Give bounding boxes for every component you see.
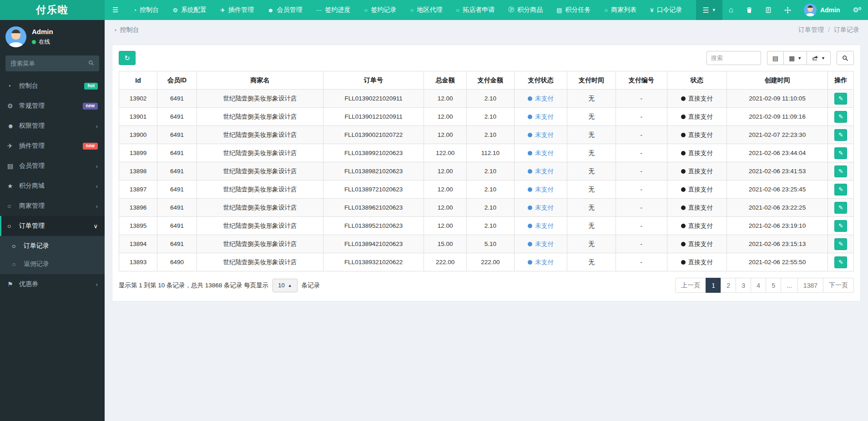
sidebar-item-member[interactable]: ▤会员管理‹ <box>0 156 105 176</box>
cell-order_no: FLL01390121020911 <box>323 108 424 126</box>
edit-button[interactable]: ✎ <box>834 93 847 105</box>
pay-status-label[interactable]: 未支付 <box>535 168 554 175</box>
cell-order_no: FLL01389421020623 <box>323 235 424 253</box>
pay-status-label[interactable]: 未支付 <box>535 222 554 229</box>
topnav-item-store-apply[interactable]: ○拓店者申请 <box>449 0 501 20</box>
column-header: 支付金额 <box>466 71 514 90</box>
fullscreen-button[interactable] <box>778 0 797 20</box>
gear-icon: ⚙ <box>172 7 178 14</box>
cell-pay_status: 未支付 <box>514 108 567 126</box>
record-summary-prefix: 显示第 1 到第 10 条记录，总共 13868 条记录 每页显示 <box>119 281 268 290</box>
breadcrumb-path: 订单管理/订单记录 <box>798 26 859 34</box>
topnav-item-sign-record[interactable]: ○签约记录 <box>358 0 404 20</box>
cell-status: 直接支付 <box>667 126 727 144</box>
pagination-page-5[interactable]: 5 <box>766 278 781 293</box>
status-dot-icon <box>681 205 686 210</box>
settings-button[interactable]: ⚙⚙ <box>846 0 868 20</box>
topnav-item-sign-progress[interactable]: ⋯签约进度 <box>309 0 358 20</box>
edit-button[interactable]: ✎ <box>834 111 847 123</box>
cell-pay_status: 未支付 <box>514 162 567 180</box>
topnav-item-region-agent[interactable]: ○地区代理 <box>403 0 449 20</box>
pay-status-label[interactable]: 未支付 <box>535 131 554 138</box>
edit-button[interactable]: ✎ <box>834 165 847 177</box>
edit-button[interactable]: ✎ <box>834 147 847 159</box>
cell-pay_no: - <box>616 126 667 144</box>
topnav-item-merchant-list[interactable]: ○商家列表 <box>597 0 643 20</box>
cell-pay_time: 无 <box>567 235 616 253</box>
sidebar-item-points-mall[interactable]: ★积分商城‹ <box>0 176 105 196</box>
sidebar-item-coupon[interactable]: ⚑优惠券‹ <box>0 274 105 294</box>
cell-id: 13899 <box>119 144 157 162</box>
topnav-item-plugin[interactable]: ✈插件管理 <box>213 0 261 20</box>
trash-button[interactable] <box>740 0 759 20</box>
topnav-item-points-product[interactable]: Ⓟ积分商品 <box>501 0 550 20</box>
per-page-dropdown[interactable]: 10 ▲ <box>273 279 297 292</box>
column-header: 会员ID <box>157 71 197 90</box>
record-summary-suffix: 条记录 <box>302 281 320 290</box>
edit-button[interactable]: ✎ <box>834 202 847 214</box>
sidebar-search <box>5 55 99 71</box>
topnav-item-console[interactable]: ◔控制台 <box>126 0 166 20</box>
topnav-item-system-config[interactable]: ⚙系统配置 <box>166 0 213 20</box>
column-header: 订单号 <box>323 71 424 90</box>
clear-cache-button[interactable] <box>759 0 778 20</box>
pay-status-label[interactable]: 未支付 <box>535 186 554 193</box>
pay-status-label[interactable]: 未支付 <box>535 241 554 247</box>
pagination-prev[interactable]: 上一页 <box>675 278 706 293</box>
breadcrumb: ◔ 控制台 订单管理/订单记录 <box>105 20 868 40</box>
cog-small-icon: ⚙ <box>858 6 862 11</box>
search-icon <box>88 60 94 66</box>
pay-status-label[interactable]: 未支付 <box>535 204 554 211</box>
chevron-left-icon: ‹ <box>96 281 98 288</box>
sidebar-search-input[interactable] <box>10 60 88 67</box>
pencil-icon: ✎ <box>838 150 843 156</box>
sidebar-subitem-rebate-record[interactable]: ○返佣记录 <box>0 255 105 273</box>
pagination-page-...[interactable]: ... <box>781 278 798 293</box>
sidebar-item-order[interactable]: ○订单管理∨ <box>0 216 105 236</box>
table-row: 138966491世纪陆壹捌美妆形象设计店FLL0138962102062312… <box>119 199 854 217</box>
pay-status-label[interactable]: 未支付 <box>535 259 554 266</box>
topnav-item-member[interactable]: ☻会员管理 <box>261 0 309 20</box>
pagination-page-1[interactable]: 1 <box>706 278 721 293</box>
sidebar-item-console[interactable]: ◔控制台hot <box>0 76 105 96</box>
edit-button[interactable]: ✎ <box>834 256 847 268</box>
view-buttons: ▤ ▦▼ ▼ <box>767 51 831 65</box>
quick-menu-dropdown[interactable]: ☰ ▼ <box>696 0 722 20</box>
pagination-page-3[interactable]: 3 <box>736 278 751 293</box>
edit-button[interactable]: ✎ <box>834 220 847 232</box>
circle-icon: ○ <box>7 202 19 210</box>
edit-button[interactable]: ✎ <box>834 129 847 141</box>
topnav-item-points-task[interactable]: ▤积分任务 <box>550 0 597 20</box>
pay-status-label[interactable]: 未支付 <box>535 95 554 102</box>
columns-button[interactable]: ▦▼ <box>783 51 807 65</box>
export-button[interactable]: ▼ <box>807 51 831 65</box>
topnav-item-password-record[interactable]: ¥口令记录 <box>643 0 689 20</box>
sidebar-item-label: 商家管理 <box>19 202 45 210</box>
sidebar-subitem-order-record[interactable]: ○订单记录 <box>0 237 105 255</box>
edit-button[interactable]: ✎ <box>834 238 847 250</box>
pagination-page-2[interactable]: 2 <box>721 278 736 293</box>
yen-icon: ¥ <box>650 7 653 14</box>
brand[interactable]: 付乐啦 <box>0 0 105 20</box>
search-button[interactable] <box>837 51 854 65</box>
home-button[interactable]: ⌂ <box>722 0 740 20</box>
user-menu[interactable]: Admin <box>797 0 847 20</box>
cell-paid: 2.10 <box>466 108 514 126</box>
pagination-next[interactable]: 下一页 <box>823 278 854 293</box>
column-header: Id <box>119 71 157 90</box>
table-header-row: Id会员ID商家名订单号总金额支付金额支付状态支付时间支付编号状态创建时间操作 <box>119 71 854 90</box>
pagination-page-1387[interactable]: 1387 <box>797 278 823 293</box>
pagination-page-4[interactable]: 4 <box>751 278 766 293</box>
detail-view-button[interactable]: ▤ <box>767 51 784 65</box>
sidebar-item-plugin[interactable]: ✈插件管理new <box>0 136 105 156</box>
columns-icon: ▦ <box>789 55 795 62</box>
table-search-input[interactable] <box>707 51 761 65</box>
pay-status-label[interactable]: 未支付 <box>535 113 554 120</box>
sidebar-item-general[interactable]: ⚙常规管理new <box>0 96 105 116</box>
sidebar-item-permission[interactable]: ☻权限管理‹ <box>0 116 105 136</box>
sidebar-toggle-button[interactable]: ☰ <box>105 0 126 20</box>
pay-status-label[interactable]: 未支付 <box>535 150 554 156</box>
sidebar-item-merchant[interactable]: ○商家管理‹ <box>0 196 105 216</box>
refresh-button[interactable]: ↻ <box>119 51 136 65</box>
edit-button[interactable]: ✎ <box>834 184 847 195</box>
